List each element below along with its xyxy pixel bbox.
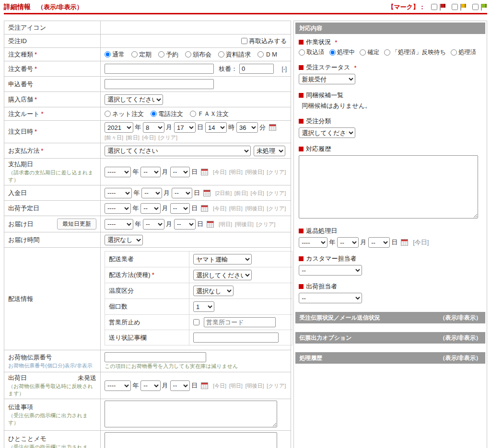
reimport-checkbox-label[interactable]: 再取込みする <box>241 37 287 45</box>
route-phone[interactable]: 電話注文 <box>151 110 183 118</box>
quick-tomorrow[interactable]: [明日] <box>219 221 232 227</box>
quick-today[interactable]: [今日] <box>213 169 226 175</box>
payment-due-month-select[interactable]: -- <box>140 167 160 177</box>
quick-today[interactable]: [今日] <box>413 239 429 246</box>
quick-clear[interactable]: [クリア] <box>267 169 286 175</box>
order-number-input[interactable] <box>105 64 214 74</box>
ship-plan-month-select[interactable]: -- <box>140 203 160 214</box>
delivery-day-select[interactable]: -- <box>174 219 196 230</box>
calendar-icon[interactable] <box>269 124 276 131</box>
payment-status-select[interactable]: 未処理 <box>254 146 285 156</box>
return-month-select[interactable]: -- <box>337 237 359 248</box>
calendar-icon[interactable] <box>201 169 208 175</box>
mark-green-checkbox[interactable] <box>472 4 479 10</box>
order-class-select[interactable]: 選択してください <box>299 127 355 138</box>
quick-2days-ago[interactable]: [前々日] <box>105 135 123 140</box>
reimport-checkbox[interactable] <box>241 38 247 44</box>
message-textarea[interactable] <box>105 401 277 427</box>
mark-red-checkbox[interactable] <box>431 4 437 10</box>
section-show-hide-toggle[interactable]: （表示/非表示） <box>440 314 481 322</box>
calendar-icon[interactable] <box>201 382 208 389</box>
payment-method-select[interactable]: 選択してください <box>105 146 251 156</box>
return-day-select[interactable]: -- <box>368 237 390 248</box>
quick-yesterday[interactable]: [前日] <box>126 135 140 140</box>
response-history-textarea[interactable] <box>299 155 478 218</box>
section-show-hide-toggle[interactable]: （表示/非表示） <box>440 354 481 362</box>
collapse-minus-link[interactable]: [-] <box>282 66 287 72</box>
slip-note-input[interactable] <box>193 333 279 343</box>
status-processing[interactable]: 処理中 <box>329 48 355 57</box>
quick-clear[interactable]: [クリア] <box>267 383 286 389</box>
temperature-select[interactable]: 選択なし <box>193 286 234 296</box>
order-year-select[interactable]: 2021 <box>105 122 133 133</box>
quick-day-after[interactable]: [明後日] <box>246 383 264 389</box>
order-hour-select[interactable]: 14 <box>205 122 227 133</box>
order-type-teiki[interactable]: 定期 <box>131 50 152 59</box>
order-month-select[interactable]: 8 <box>143 122 164 133</box>
route-net[interactable]: ネット注文 <box>105 110 144 118</box>
quick-today[interactable]: [今日] <box>213 206 226 211</box>
mark-yellow-checkbox[interactable] <box>452 4 458 10</box>
tracking-number-input[interactable] <box>105 352 206 362</box>
application-number-input[interactable] <box>105 79 214 89</box>
quick-tomorrow[interactable]: [明日] <box>229 383 243 389</box>
section-slip-mail-status[interactable]: 受注伝票状況／メール送信状況 （表示/非表示） <box>295 312 485 323</box>
calendar-icon[interactable] <box>203 190 210 196</box>
quick-tomorrow[interactable]: [明日] <box>229 206 243 211</box>
order-day-select[interactable]: 17 <box>174 122 196 133</box>
quick-today[interactable]: [今日] <box>213 383 226 389</box>
status-imported[interactable]: 取込済 <box>299 48 325 57</box>
office-hold-checkbox[interactable] <box>193 319 199 325</box>
order-minute-select[interactable]: 36 <box>236 122 258 133</box>
deposit-year-select[interactable]: ---- <box>105 188 132 198</box>
quick-clear[interactable]: [クリア] <box>257 221 276 227</box>
quick-tomorrow[interactable]: [明日] <box>229 169 243 175</box>
order-type-yoyaku[interactable]: 予約 <box>158 50 178 59</box>
delivery-time-select[interactable]: 選択なし <box>105 235 143 245</box>
section-process-history[interactable]: 処理履歴 （表示/非表示） <box>295 352 485 364</box>
delivery-method-select[interactable]: 選択してください <box>193 270 252 280</box>
calendar-icon[interactable] <box>207 221 214 228</box>
memo-textarea[interactable] <box>105 432 277 448</box>
order-status-select[interactable]: 新規受付 <box>299 74 355 84</box>
customer-rep-select[interactable]: -- <box>299 265 362 276</box>
carrier-select[interactable]: ヤマト運輸 <box>193 254 252 264</box>
ship-rep-select[interactable]: -- <box>299 293 362 303</box>
order-type-shiryo[interactable]: 資料請求 <box>218 50 251 59</box>
quick-day-after[interactable]: [明後日] <box>246 206 264 211</box>
quick-clear[interactable]: [クリア] <box>158 135 177 140</box>
order-type-dm[interactable]: ＤＭ <box>257 50 278 59</box>
quick-clear[interactable]: [クリア] <box>267 190 286 196</box>
route-fax[interactable]: ＦＡＸ注文 <box>190 110 229 118</box>
ship-day-select[interactable]: -- <box>170 380 190 391</box>
quick-day-after[interactable]: [明後日] <box>246 169 264 175</box>
status-confirmed[interactable]: 確定 <box>360 48 379 57</box>
ship-month-select[interactable]: -- <box>140 380 160 391</box>
order-type-normal[interactable]: 通常 <box>105 50 125 59</box>
deposit-day-select[interactable]: -- <box>172 188 192 198</box>
section-show-hide-toggle[interactable]: （表示/非表示） <box>440 334 481 342</box>
deposit-month-select[interactable]: -- <box>141 188 162 198</box>
office-code-input[interactable] <box>204 317 276 327</box>
tracking-per-package-toggle-link[interactable]: お荷物伝票番号(個口分)表示/非表示 <box>8 362 96 369</box>
ship-year-select[interactable]: ---- <box>105 380 131 391</box>
quick-today[interactable]: [今日] <box>251 190 264 196</box>
quick-today[interactable]: [今日] <box>142 135 156 140</box>
payment-due-day-select[interactable]: -- <box>170 167 190 177</box>
quick-2days-before[interactable]: [2日前] <box>215 190 232 196</box>
detail-show-hide-toggle[interactable]: （表示/非表示） <box>37 3 83 11</box>
calendar-icon[interactable] <box>401 239 408 246</box>
quick-clear[interactable]: [クリア] <box>267 206 286 211</box>
quick-yesterday[interactable]: [前日] <box>234 190 248 196</box>
ship-plan-year-select[interactable]: ---- <box>105 203 131 214</box>
delivery-month-select[interactable]: -- <box>143 219 164 230</box>
return-year-select[interactable]: ---- <box>299 237 327 248</box>
package-count-select[interactable]: 1 <box>193 301 214 312</box>
delivery-year-select[interactable]: ---- <box>105 219 133 230</box>
status-processed[interactable]: 処理済 <box>451 48 477 57</box>
status-waiting-reflect[interactable]: 「処理済」反映待ち <box>384 48 446 57</box>
ship-plan-day-select[interactable]: -- <box>170 203 190 214</box>
purchase-shop-select[interactable]: 選択してください <box>105 94 163 105</box>
order-type-hanpukai[interactable]: 頒布会 <box>185 50 211 59</box>
calendar-icon[interactable] <box>201 205 208 212</box>
